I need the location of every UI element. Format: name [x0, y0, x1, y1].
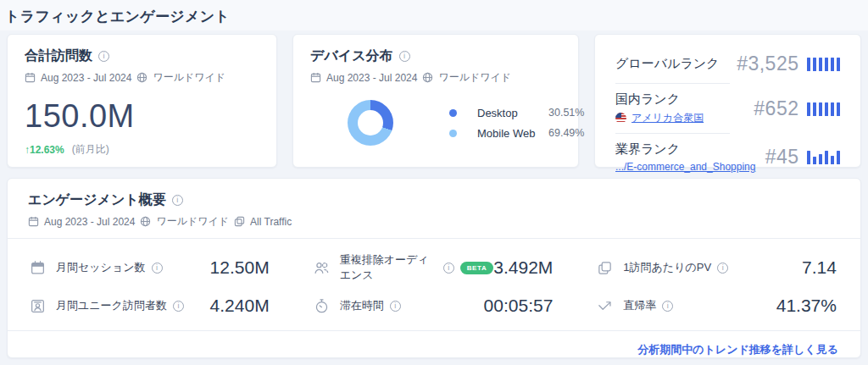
calendar-sessions-icon: [30, 260, 46, 276]
global-rank-value: #3,525: [737, 53, 798, 75]
country-rank-value: #652: [754, 97, 798, 120]
device-donut-chart[interactable]: [348, 100, 393, 146]
info-icon[interactable]: i: [98, 51, 109, 62]
metric-monthly-unique-visitors: 月間ユニーク訪問者数 i 4.240M: [30, 294, 270, 318]
card-title: エンゲージメント概要: [28, 191, 166, 209]
industry-rank-value: #45: [765, 146, 799, 169]
date-range: Aug 2023 - Jul 2024: [326, 72, 417, 84]
metric-visit-duration: 滞在時間 i 00:05:57: [314, 294, 554, 318]
metric-deduplicated-audience: 重複排除オーディエンス i BETA 3.492M: [314, 256, 554, 279]
device-distribution-card: デバイス分布 i Aug 2023 - Jul 2024 ワールドワイド Des…: [292, 34, 579, 168]
info-icon[interactable]: i: [172, 195, 183, 206]
industry-rank-row: 業界ランク .../E-commerce_and_Shopping #45: [615, 134, 840, 180]
metric-label: 月間セッション数: [56, 260, 146, 275]
legend-label: Desktop: [477, 107, 548, 119]
bounce-arrow-icon: [597, 298, 613, 314]
rank-bars-icon: [807, 57, 841, 71]
rank-bars-icon: [807, 150, 841, 164]
mobile-web-dot-icon: [449, 130, 457, 137]
metric-value: 00:05:57: [484, 296, 554, 316]
change-note: (前月比): [72, 142, 109, 157]
legend-value: 30.51%: [548, 107, 584, 119]
total-visits-card: 合計訪問数 i Aug 2023 - Jul 2024 ワールドワイド 150.…: [7, 34, 277, 168]
metric-pages-per-visit: 1訪問あたりのPV i 7.14: [597, 256, 837, 279]
users-icon: [314, 260, 330, 276]
global-rank-label: グローバルランク: [615, 56, 719, 72]
industry-rank-label: 業界ランク: [615, 141, 755, 158]
metric-label: 重複排除オーディエンス: [340, 252, 437, 283]
traffic-layers-icon: [234, 216, 245, 227]
calendar-icon: [25, 72, 36, 83]
card-title: デバイス分布: [310, 47, 393, 65]
engagement-overview-card: エンゲージメント概要 i Aug 2023 - Jul 2024 ワールドワイド…: [7, 178, 861, 358]
global-rank-row: グローバルランク #3,525: [615, 45, 840, 83]
metric-monthly-sessions: 月間セッション数 i 12.50M: [30, 256, 270, 279]
legend-label: Mobile Web: [477, 127, 548, 140]
legend-item-mobile-web[interactable]: Mobile Web 69.49%: [449, 127, 584, 140]
metric-value: 3.492M: [493, 257, 553, 278]
rank-card: グローバルランク #3,525 国内ランク アメリカ合衆国 #652 業界ランク…: [594, 34, 861, 168]
industry-link[interactable]: .../E-commerce_and_Shopping: [615, 161, 755, 173]
metric-label: 1訪問あたりのPV: [623, 260, 711, 275]
country-link[interactable]: アメリカ合衆国: [632, 111, 704, 125]
user-frame-icon: [30, 298, 46, 314]
region-label: ワールドワイド: [438, 70, 511, 85]
metric-label: 月間ユニーク訪問者数: [56, 298, 167, 313]
metric-label: 直帰率: [623, 298, 656, 313]
metric-bounce-rate: 直帰率 i 41.37%: [597, 294, 837, 318]
region-label: ワールドワイド: [153, 70, 225, 85]
globe-icon: [422, 72, 433, 83]
stopwatch-icon: [314, 298, 330, 314]
region-label: ワールドワイド: [156, 214, 229, 229]
card-title: 合計訪問数: [25, 47, 92, 65]
info-icon[interactable]: i: [662, 301, 673, 312]
globe-icon: [140, 216, 151, 227]
rank-bars-icon: [807, 102, 841, 116]
beta-badge: BETA: [460, 262, 494, 274]
calendar-icon: [310, 72, 321, 83]
traffic-type-label: All Traffic: [250, 216, 292, 228]
country-rank-row: 国内ランク アメリカ合衆国 #652: [615, 84, 840, 133]
info-icon[interactable]: i: [390, 301, 401, 312]
date-range: Aug 2023 - Jul 2024: [44, 216, 135, 228]
us-flag-icon: [615, 113, 626, 124]
calendar-icon: [28, 216, 39, 227]
info-icon[interactable]: i: [173, 301, 184, 312]
desktop-dot-icon: [449, 109, 457, 117]
globe-icon: [136, 72, 147, 83]
metric-value: 12.50M: [210, 257, 270, 278]
metric-value: 4.240M: [210, 296, 270, 316]
info-icon[interactable]: i: [152, 263, 163, 274]
date-range: Aug 2023 - Jul 2024: [41, 72, 131, 84]
legend-item-desktop[interactable]: Desktop 30.51%: [449, 107, 584, 119]
info-icon[interactable]: i: [717, 263, 728, 274]
metric-value: 7.14: [802, 257, 837, 278]
change-value: 12.63%: [30, 144, 64, 156]
info-icon[interactable]: i: [399, 51, 410, 62]
page-title: トラフィックとエンゲージメント: [5, 7, 230, 26]
trend-details-link[interactable]: 分析期間中のトレンド推移を詳しく見る: [637, 343, 838, 356]
country-rank-label: 国内ランク: [615, 91, 704, 108]
pages-copy-icon: [597, 260, 613, 276]
metric-label: 滞在時間: [340, 298, 384, 313]
total-visits-value: 150.0M: [25, 98, 259, 135]
metric-value: 41.37%: [776, 296, 837, 316]
legend-value: 69.49%: [548, 127, 584, 139]
info-icon[interactable]: i: [443, 263, 454, 274]
